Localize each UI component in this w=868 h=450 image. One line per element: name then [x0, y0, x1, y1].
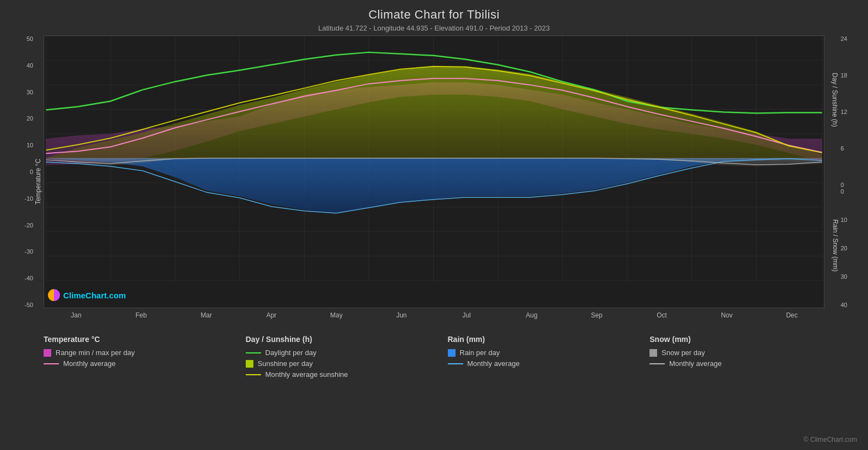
month-sep: Sep: [564, 311, 629, 319]
legend-item-snow-avg: Monthly average: [650, 359, 852, 368]
legend-line-rain-avg: [448, 363, 463, 364]
chart-subtitle: Latitude 41.722 - Longitude 44.935 - Ele…: [0, 24, 868, 32]
month-jul: Jul: [434, 311, 499, 319]
legend-item-snow: Snow per day: [650, 349, 852, 357]
legend-col-temperature: Temperature °C Range min / max per day M…: [44, 335, 246, 379]
legend-title-snow: Snow (mm): [650, 335, 852, 344]
legend-item-rain: Rain per day: [448, 349, 650, 357]
legend-line-sunshine-avg: [246, 374, 261, 375]
legend-col-rain: Rain (mm) Rain per day Monthly average: [448, 335, 650, 379]
logo-bottom-left: ClimeChart.com: [48, 289, 126, 301]
legend-title-temperature: Temperature °C: [44, 335, 246, 344]
legend-col-snow: Snow (mm) Snow per day Monthly average: [650, 335, 852, 379]
legend-title-sunshine: Day / Sunshine (h): [246, 335, 448, 344]
legend-item-sunshine-avg: Monthly average sunshine: [246, 370, 448, 379]
chart-wrapper: Temperature °C Day / Sunshine (h) Rain /…: [44, 35, 824, 327]
legend-item-daylight: Daylight per day: [246, 349, 448, 357]
legend-title-rain: Rain (mm): [448, 335, 650, 344]
month-apr: Apr: [239, 311, 304, 319]
legend-line-temp-avg: [44, 363, 59, 364]
logo-icon-bl: [48, 289, 60, 301]
legend-swatch-sunshine: [246, 360, 253, 368]
month-feb: Feb: [108, 311, 173, 319]
y-label-left: Temperature °C: [34, 158, 42, 204]
rain-area: [46, 158, 822, 213]
month-jan: Jan: [44, 311, 108, 319]
chart-title: Climate Chart for Tbilisi: [0, 0, 868, 22]
legend-item-rain-avg: Monthly average: [448, 359, 650, 368]
y-label-right-bottom: Rain / Snow (mm): [831, 219, 839, 272]
y-label-right-top: Day / Sunshine (h): [830, 73, 838, 127]
legend-item-temp-avg: Monthly average: [44, 359, 246, 368]
watermark: © ClimeChart.com: [804, 436, 857, 443]
main-chart-svg: [44, 35, 824, 308]
logo-text-bl: ClimeChart.com: [63, 291, 126, 300]
month-aug: Aug: [499, 311, 564, 319]
month-mar: Mar: [174, 311, 239, 319]
month-jun: Jun: [369, 311, 434, 319]
page-container: Climate Chart for Tbilisi Latitude 41.72…: [0, 0, 868, 450]
legend-swatch-temp-range: [44, 349, 51, 357]
legend-label-snow-avg: Monthly average: [669, 359, 721, 368]
month-dec: Dec: [760, 311, 824, 319]
legend-label-temp-avg: Monthly average: [63, 359, 116, 368]
y-axis-left: 50 40 30 20 10 0 -10 -20 -30 -40 -50: [25, 35, 33, 308]
legend-label-temp-range: Range min / max per day: [56, 349, 135, 357]
legend-line-daylight: [246, 352, 261, 353]
legend-item-temp-range: Range min / max per day: [44, 349, 246, 357]
legend-area: Temperature °C Range min / max per day M…: [44, 335, 852, 379]
sunshine-area: [46, 67, 822, 158]
legend-col-sunshine: Day / Sunshine (h) Daylight per day Suns…: [246, 335, 448, 379]
legend-label-sunshine: Sunshine per day: [258, 359, 313, 368]
month-nov: Nov: [694, 311, 759, 319]
legend-swatch-snow: [650, 349, 657, 357]
legend-item-sunshine: Sunshine per day: [246, 359, 448, 368]
month-oct: Oct: [629, 311, 694, 319]
x-axis: Jan Feb Mar Apr May Jun Jul Aug Sep Oct …: [44, 311, 824, 319]
legend-label-sunshine-avg: Monthly average sunshine: [265, 370, 348, 379]
legend-label-rain-avg: Monthly average: [468, 359, 520, 368]
legend-line-snow-avg: [650, 363, 665, 364]
month-may: May: [304, 311, 369, 319]
legend-label-rain: Rain per day: [460, 349, 500, 357]
y-axis-right-top: 24 18 12 6 0: [841, 35, 847, 188]
y-axis-right-bottom: 0 10 20 30 40: [841, 188, 847, 308]
legend-label-snow: Snow per day: [661, 349, 705, 357]
legend-label-daylight: Daylight per day: [265, 349, 317, 357]
legend-swatch-rain: [448, 349, 456, 357]
